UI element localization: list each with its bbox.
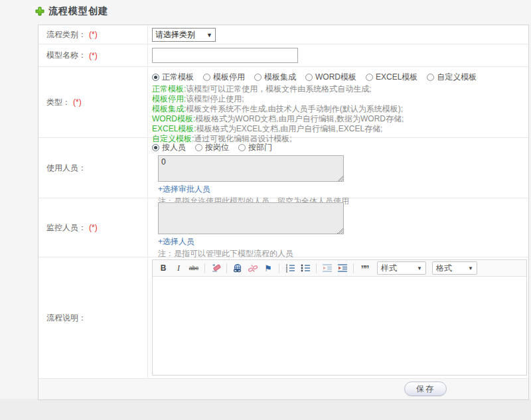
radio-template-integrated[interactable]: 模板集成	[254, 72, 296, 83]
insert-link-button[interactable]	[231, 262, 244, 275]
bold-button[interactable]: B	[157, 262, 170, 275]
monitors-textarea[interactable]	[158, 202, 344, 234]
radio-excel-template[interactable]: EXCEL模板	[366, 72, 417, 83]
link-globe-icon	[232, 263, 243, 273]
ordered-list-button[interactable]	[283, 262, 297, 275]
radio-icon	[195, 144, 202, 151]
type-description: 模板停用:该模型停止使用;	[152, 94, 528, 104]
type-radio-group: 正常模板 模板停用 模板集成 WORD模板 EXCEL模板	[152, 72, 528, 83]
row-description: 流程说明： B I abc	[38, 257, 528, 379]
type-description: WORD模板:模板格式为WORD文档,由用户自行编辑,数据为WORD存储;	[152, 114, 528, 124]
row-type: 类型： (*) 正常模板 模板停用 模板集成 WORD模板	[38, 67, 528, 138]
radio-icon	[254, 74, 262, 81]
process-model-form: 流程类别： (*) 请选择类别 ▼ 模型名称： (*) 类型： (*)	[38, 25, 529, 400]
users-textarea[interactable]: 0	[158, 155, 344, 182]
radio-template-disabled[interactable]: 模板停用	[203, 72, 245, 83]
users-label: 使用人员：	[38, 138, 148, 198]
toolbar-separator	[204, 263, 205, 273]
broken-chain-icon	[248, 263, 258, 273]
category-label: 流程类别： (*)	[38, 25, 148, 44]
radio-icon	[366, 74, 373, 81]
remove-format-button[interactable]	[209, 262, 222, 275]
styles-select[interactable]: 样式 ▼	[377, 261, 426, 275]
page-header: 流程模型创建	[35, 5, 108, 17]
page-bottom-strip	[0, 399, 531, 420]
indent-button[interactable]	[336, 262, 349, 275]
toolbar-separator	[226, 263, 227, 273]
radio-normal-template[interactable]: 正常模板	[152, 72, 194, 83]
category-select[interactable]: 请选择类别 ▼	[152, 28, 216, 42]
radio-icon	[305, 74, 313, 81]
required-mark: (*)	[73, 98, 82, 107]
radio-icon	[203, 74, 210, 81]
type-description: 模板集成:模板文件系统不作生成,由技术人员手动制作(默认为系统模板);	[152, 104, 528, 114]
required-mark: (*)	[89, 30, 98, 39]
anchor-flag-button[interactable]: ⚑	[262, 262, 275, 275]
row-category: 流程类别： (*) 请选择类别 ▼	[38, 25, 528, 44]
radio-by-position[interactable]: 按岗位	[195, 142, 229, 153]
chevron-down-icon: ▼	[468, 265, 473, 271]
radio-by-person[interactable]: 按人员	[152, 142, 186, 153]
resize-handle-icon[interactable]	[337, 228, 343, 234]
eraser-icon	[211, 263, 221, 273]
row-name: 模型名称： (*)	[38, 44, 528, 67]
model-name-input[interactable]	[152, 48, 298, 63]
rich-text-editor: B I abc	[152, 259, 527, 376]
radio-custom-template[interactable]: 自定义模板	[427, 72, 477, 83]
numbered-list-icon	[285, 263, 295, 273]
outdent-icon	[322, 263, 333, 273]
required-mark: (*)	[89, 223, 98, 232]
toolbar-separator	[279, 263, 279, 273]
radio-icon	[427, 74, 434, 81]
strikethrough-button[interactable]: abc	[187, 262, 200, 275]
users-mode-radio-group: 按人员 按岗位 按部门	[152, 142, 528, 153]
type-description: EXCEL模板:模板格式为EXCEL文档,由用户自行编辑,EXCEL存储;	[152, 124, 528, 134]
unlink-button[interactable]	[246, 262, 260, 275]
required-mark: (*)	[89, 51, 98, 60]
radio-icon	[152, 144, 159, 151]
page-title: 流程模型创建	[48, 5, 108, 17]
radio-icon	[152, 74, 159, 81]
chevron-down-icon: ▼	[206, 32, 212, 38]
radio-word-template[interactable]: WORD模板	[305, 72, 356, 83]
flag-icon: ⚑	[264, 263, 272, 273]
editor-content-area[interactable]	[153, 277, 526, 375]
select-monitors-link[interactable]: +选择人员	[158, 236, 194, 247]
bullet-list-icon	[300, 263, 311, 273]
italic-button[interactable]: I	[172, 262, 185, 275]
radio-by-department[interactable]: 按部门	[238, 142, 272, 153]
select-approvers-link[interactable]: +选择审批人员	[158, 184, 210, 195]
bullet-list-button[interactable]	[299, 262, 312, 275]
blockquote-button[interactable]: ””	[358, 262, 371, 275]
radio-icon	[238, 144, 246, 151]
indent-icon	[337, 263, 348, 273]
type-description: 正常模板:该模型可以正常使用，模板文件由系统格式自动生成;	[152, 84, 528, 94]
add-plus-icon	[35, 7, 44, 16]
outdent-button[interactable]	[321, 262, 334, 275]
row-monitors: 监控人员： (*) +选择人员 注：是指可以管理此下模型流程的人员	[38, 198, 528, 257]
name-label: 模型名称： (*)	[38, 44, 148, 66]
type-label: 类型： (*)	[38, 67, 148, 137]
form-footer: 保存	[38, 379, 528, 399]
editor-toolbar: B I abc	[153, 260, 526, 277]
toolbar-separator	[353, 263, 354, 273]
toolbar-separator	[316, 263, 317, 273]
row-users: 使用人员： 按人员 按岗位 按部门 0 +选	[38, 138, 528, 198]
save-button[interactable]: 保存	[404, 382, 447, 396]
chevron-down-icon: ▼	[417, 265, 422, 271]
resize-handle-icon[interactable]	[337, 175, 343, 181]
monitors-label: 监控人员： (*)	[38, 198, 148, 257]
format-select[interactable]: 格式 ▼	[432, 261, 477, 275]
description-label: 流程说明：	[38, 257, 148, 378]
